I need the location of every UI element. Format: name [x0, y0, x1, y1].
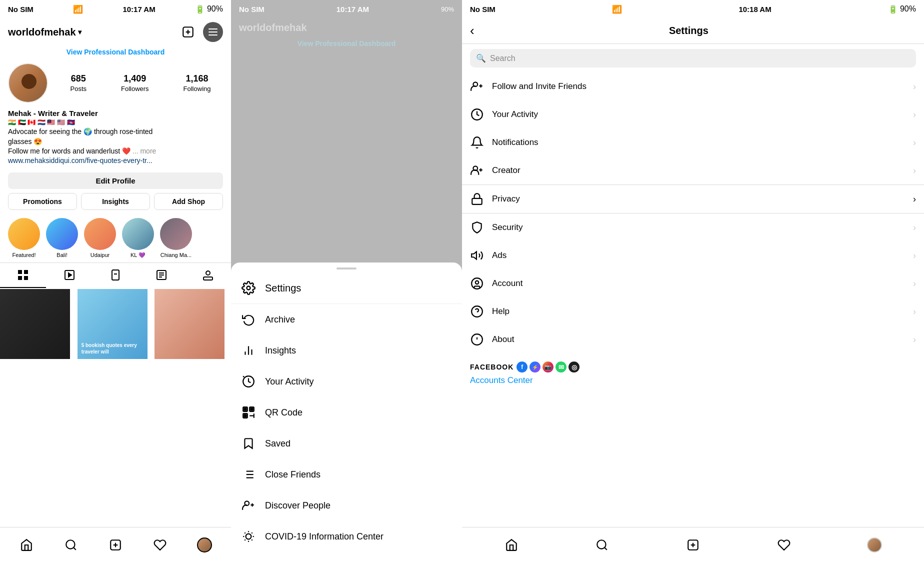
followers-stat[interactable]: 1,409 Followers: [121, 74, 149, 93]
add-shop-tab[interactable]: Add Shop: [154, 193, 223, 210]
settings-item-creator[interactable]: Creator ›: [462, 156, 924, 184]
settings-item-about[interactable]: About ›: [462, 326, 924, 354]
follow-chevron: ›: [913, 82, 916, 92]
battery-icon-1: 🔋: [195, 4, 205, 14]
nav-add-3[interactable]: [682, 534, 704, 556]
post-thumb[interactable]: [0, 289, 70, 359]
pro-link-dimmed: View Professional Dashboard: [231, 38, 462, 50]
nav-add[interactable]: [104, 534, 126, 556]
privacy-chevron: ›: [913, 194, 916, 204]
insights-tab[interactable]: Insights: [81, 193, 150, 210]
search-placeholder[interactable]: Search: [490, 54, 516, 63]
followers-count: 1,409: [121, 74, 149, 84]
post-thumb[interactable]: 5 bookish quotes every traveler will: [78, 289, 148, 359]
story-item[interactable]: Udaipur: [84, 218, 116, 258]
settings-menu-item[interactable]: Settings: [231, 272, 462, 304]
nav-search[interactable]: [60, 534, 82, 556]
discover-menu-item[interactable]: Discover People: [231, 490, 462, 521]
grid-tab-posts[interactable]: [0, 263, 46, 288]
bottom-nav-3: [462, 527, 924, 562]
nav-search-3[interactable]: [591, 534, 613, 556]
post-thumb[interactable]: [154, 289, 224, 359]
grid-tab-igtv[interactable]: [92, 263, 138, 288]
bio-flags: 🇮🇳 🇦🇪 🇨🇦 🇳🇱 🇲🇾 🇺🇸 🇰🇭: [8, 118, 223, 126]
activity-menu-item[interactable]: Your Activity: [231, 366, 462, 397]
promotions-tab[interactable]: Promotions: [8, 193, 77, 210]
story-item[interactable]: Bali!: [46, 218, 78, 258]
following-stat[interactable]: 1,168 Following: [184, 74, 211, 93]
username-text: worldofmehak: [8, 26, 76, 38]
settings-item-privacy[interactable]: Privacy ›: [462, 184, 924, 214]
edit-profile-button[interactable]: Edit Profile: [8, 172, 223, 189]
activity-icon: [470, 108, 484, 122]
qr-icon: [241, 405, 256, 420]
help-icon: [470, 304, 484, 318]
ads-icon: [470, 248, 484, 262]
search-bar[interactable]: 🔍 Search: [470, 49, 916, 68]
settings-item-ads[interactable]: Ads ›: [462, 242, 924, 270]
nav-profile-3[interactable]: [864, 534, 886, 556]
profile-header: worldofmehak ▾: [0, 18, 231, 46]
panel-menu: No SIM 10:17 AM 90% worldofmehak View Pr…: [231, 0, 462, 562]
add-post-button[interactable]: [180, 24, 196, 40]
menu-button[interactable]: [203, 22, 223, 42]
settings-item-security[interactable]: Security ›: [462, 214, 924, 242]
insights-menu-item[interactable]: Insights: [231, 335, 462, 366]
settings-item-notifications[interactable]: Notifications ›: [462, 128, 924, 156]
settings-item-account[interactable]: Account ›: [462, 270, 924, 298]
nav-heart-3[interactable]: [773, 534, 795, 556]
story-item[interactable]: KL 💜: [122, 218, 154, 258]
followers-label: Followers: [121, 85, 149, 92]
nav-heart[interactable]: [149, 534, 171, 556]
svg-point-15: [206, 271, 210, 275]
account-icon: [470, 276, 484, 290]
settings-item-activity[interactable]: Your Activity ›: [462, 100, 924, 128]
qr-menu-item[interactable]: QR Code: [231, 397, 462, 428]
grid-tab-guides[interactable]: [138, 263, 184, 288]
svg-rect-6: [24, 276, 28, 280]
archive-menu-item[interactable]: Archive: [231, 304, 462, 335]
whatsapp-icon: ✉: [556, 362, 566, 372]
more-link[interactable]: ... more: [132, 147, 156, 155]
nav-home-3[interactable]: [500, 534, 522, 556]
settings-item-help[interactable]: Help ›: [462, 298, 924, 326]
about-icon: [470, 332, 484, 346]
saved-menu-item[interactable]: Saved: [231, 428, 462, 459]
nav-home[interactable]: [16, 534, 38, 556]
nav-profile[interactable]: [194, 534, 216, 556]
pro-dashboard-link[interactable]: View Professional Dashboard: [0, 46, 231, 59]
discover-label: Discover People: [265, 500, 330, 511]
bio-text-1: Advocate for seeing the 🌍 through rose-t…: [8, 127, 223, 156]
username-display[interactable]: worldofmehak ▾: [8, 26, 82, 38]
notifications-label: Notifications: [492, 138, 905, 148]
story-item[interactable]: Chiang Ma...: [160, 218, 192, 258]
posts-grid: 5 bookish quotes every traveler will: [0, 289, 231, 359]
svg-line-55: [244, 540, 246, 540]
wifi-icon-3: 📶: [612, 4, 622, 14]
back-button[interactable]: ‹: [470, 23, 474, 38]
svg-point-17: [66, 540, 74, 548]
close-friends-menu-item[interactable]: Close Friends: [231, 459, 462, 490]
grid-tab-reels[interactable]: [46, 263, 92, 288]
discover-icon: [241, 498, 256, 513]
covid-menu-item[interactable]: COVID-19 Information Center: [231, 521, 462, 552]
grid-tab-tagged[interactable]: [185, 263, 231, 288]
security-label: Security: [492, 222, 905, 232]
accounts-center-link[interactable]: Accounts Center: [470, 376, 916, 386]
menu-line: [208, 34, 218, 36]
svg-rect-32: [244, 414, 246, 416]
time-3: 10:18 AM: [738, 5, 771, 14]
instagram-icon: 📷: [542, 362, 554, 372]
story-item[interactable]: Featured!: [8, 218, 40, 258]
profile-bio: Mehak - Writer & Traveler 🇮🇳 🇦🇪 🇨🇦 🇳🇱 🇲🇾…: [0, 107, 231, 168]
insights-label: Insights: [265, 346, 296, 356]
bio-website[interactable]: www.mehaksiddiqui.com/five-quotes-every-…: [8, 156, 223, 164]
settings-item-follow[interactable]: Follow and Invite Friends ›: [462, 72, 924, 100]
profile-info-row: 685 Posts 1,409 Followers 1,168 Followin…: [0, 59, 231, 107]
creator-icon: [470, 164, 484, 178]
avatar: [8, 63, 48, 103]
status-bar-3: No SIM 📶 10:18 AM 🔋 90%: [462, 0, 924, 18]
story-circle: [84, 218, 116, 250]
svg-rect-31: [250, 408, 252, 410]
svg-rect-30: [244, 408, 246, 410]
